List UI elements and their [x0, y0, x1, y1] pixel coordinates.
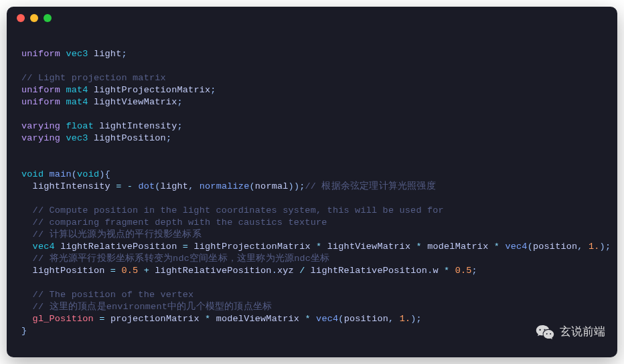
token-kw: uniform	[21, 97, 60, 107]
token-ident: lightViewMatrix	[327, 242, 411, 252]
token-type: vec3	[66, 133, 88, 143]
token-punct: )	[99, 169, 104, 179]
token-type: vec3	[66, 49, 88, 59]
minimize-icon[interactable]	[30, 14, 38, 22]
token-num: 0.5	[121, 266, 138, 276]
token-fn: vec4	[316, 314, 338, 324]
window-titlebar	[7, 7, 617, 29]
token-ws	[294, 266, 299, 276]
token-op: *	[416, 242, 422, 252]
code-line: // 计算以光源为视点的平行投影坐标系	[21, 229, 603, 241]
token-ws	[121, 181, 127, 191]
token-ws	[21, 266, 33, 276]
close-icon[interactable]	[17, 14, 25, 22]
token-ident: lightIntensity	[33, 181, 110, 191]
token-kw: uniform	[21, 49, 60, 59]
maximize-icon[interactable]	[44, 14, 52, 22]
token-ident: position	[344, 314, 388, 324]
token-punct: )	[410, 314, 416, 324]
watermark: 玄说前端	[536, 324, 605, 340]
token-ident: xyz	[277, 266, 294, 276]
token-ws	[21, 217, 33, 227]
token-ident: lightRelativePosition	[155, 266, 271, 276]
token-ws	[55, 242, 60, 252]
token-punct: ;	[177, 121, 182, 131]
token-num: 1.	[400, 314, 411, 324]
token-comment: // 这里的顶点是environment中的几个模型的顶点坐标	[33, 302, 272, 312]
token-ws	[422, 242, 427, 252]
token-comment: // 将光源平行投影坐标系转变为ndc空间坐标，这里称为光源ndc坐标	[33, 254, 330, 264]
token-ws	[311, 242, 316, 252]
token-num: 1.	[589, 242, 600, 252]
token-ws	[21, 254, 33, 264]
code-line: // 这里的顶点是environment中的几个模型的顶点坐标	[21, 301, 603, 313]
token-fn: vec4	[505, 242, 527, 252]
token-op: +	[144, 266, 149, 276]
token-ws	[44, 169, 49, 179]
token-ws	[488, 242, 493, 252]
token-punct: ;	[299, 181, 305, 191]
code-area: uniform vec3 light; // Light projection …	[7, 29, 617, 344]
token-ident: lightViewMatrix	[94, 97, 177, 107]
token-ws	[88, 49, 94, 59]
token-punct: ;	[177, 97, 182, 107]
token-type: mat4	[66, 85, 88, 95]
code-line: // comparing fragment depth with the cau…	[21, 217, 603, 229]
code-line: vec4 lightRelativePosition = lightProjec…	[21, 241, 603, 253]
token-ws	[105, 314, 110, 324]
token-ws	[439, 266, 444, 276]
token-ws	[21, 205, 33, 215]
code-window: uniform vec3 light; // Light projection …	[7, 7, 617, 357]
token-comment: // 计算以光源为视点的平行投影坐标系	[33, 230, 202, 240]
token-ident: lightRelativePosition	[60, 242, 177, 252]
code-line: lightIntensity = - dot(light, normalize(…	[21, 181, 603, 193]
token-ident: light	[161, 181, 189, 191]
token-punct: ,	[577, 242, 582, 252]
code-line	[21, 157, 603, 169]
code-line: // 将光源平行投影坐标系转变为ndc空间坐标，这里称为光源ndc坐标	[21, 253, 603, 265]
token-ident: lightProjectionMatrix	[193, 242, 310, 252]
token-ident: lightProjectionMatrix	[94, 85, 210, 95]
code-line: // The position of the vertex	[21, 289, 603, 301]
token-punct: }	[21, 326, 27, 336]
token-ident: normal	[255, 181, 289, 191]
token-ident: lightRelativePosition	[311, 266, 427, 276]
token-ws	[94, 314, 99, 324]
token-punct: (	[155, 181, 160, 191]
token-punct: .	[272, 266, 277, 276]
token-ws	[21, 242, 33, 252]
token-ws	[305, 266, 310, 276]
token-punct: )	[600, 242, 605, 252]
token-ws	[200, 314, 205, 324]
token-ws	[311, 314, 316, 324]
token-op: -	[127, 181, 133, 191]
token-type: float	[66, 121, 94, 131]
code-line: // Compute position in the light coordin…	[21, 205, 603, 217]
token-ident: modelViewMatrix	[216, 314, 300, 324]
code-line: varying float lightIntensity;	[21, 120, 603, 132]
code-line	[21, 193, 603, 205]
token-punct: (	[249, 181, 254, 191]
token-type: mat4	[66, 97, 88, 107]
token-num: 0.5	[455, 266, 472, 276]
code-line: }	[21, 325, 603, 337]
token-fn: dot	[138, 181, 155, 191]
token-ident: w	[433, 266, 438, 276]
token-fn: main	[50, 169, 72, 179]
token-type: void	[21, 169, 44, 179]
token-fn: normalize	[200, 181, 250, 191]
token-ws	[210, 314, 216, 324]
wechat-icon	[536, 324, 554, 340]
code-line: uniform mat4 lightViewMatrix;	[21, 96, 603, 108]
token-type: void	[77, 169, 99, 179]
token-ws	[21, 290, 33, 300]
token-ident: modelMatrix	[427, 242, 488, 252]
token-punct: ))	[289, 181, 300, 191]
token-punct: ;	[210, 85, 216, 95]
token-comment: // comparing fragment depth with the cau…	[33, 217, 327, 227]
token-punct: ;	[166, 133, 171, 143]
token-comment: // 根据余弦定理计算光照强度	[305, 181, 436, 191]
token-ws	[88, 85, 94, 95]
token-ws	[94, 121, 99, 131]
token-op: *	[305, 314, 310, 324]
